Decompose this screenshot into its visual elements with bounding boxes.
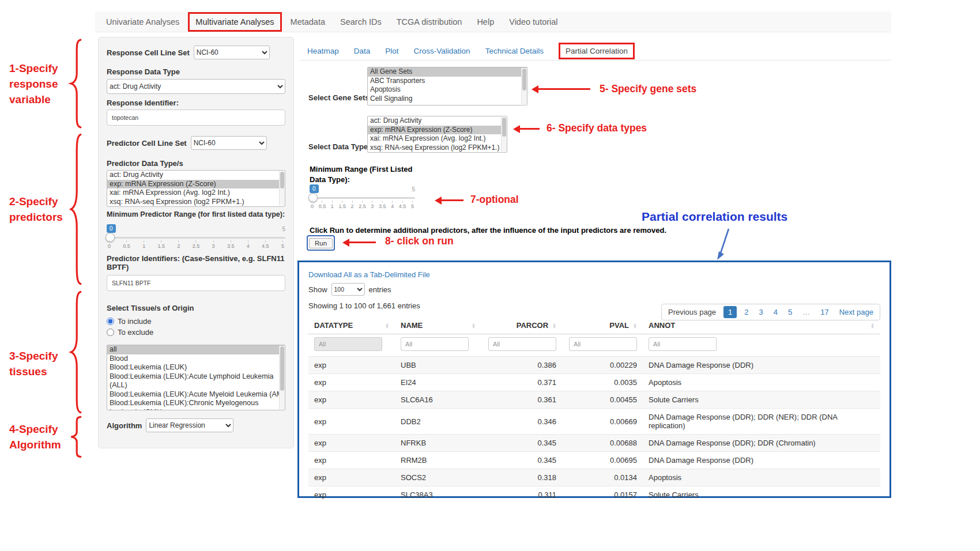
listbox-option-selected[interactable]: all — [107, 345, 285, 354]
tab-heatmap[interactable]: Heatmap — [307, 47, 339, 55]
tissue-include-radio[interactable] — [107, 318, 114, 325]
listbox-option[interactable]: Blood — [107, 354, 285, 364]
tissue-exclude-radio[interactable] — [107, 329, 114, 336]
pagination-page-4[interactable]: 4 — [768, 305, 783, 319]
slider-value-badge: 0 — [107, 224, 116, 233]
algorithm-select[interactable]: Linear Regression — [146, 418, 233, 432]
listbox-option[interactable]: xai: mRNA Expression (Avg. log2 Int.) — [107, 188, 285, 198]
nav-video-tutorial[interactable]: Video tutorial — [502, 17, 565, 27]
nav-multivariate-analyses[interactable]: Multivariate Analyses — [195, 17, 274, 27]
cell-parcor: 0.345 — [481, 452, 562, 469]
filter-annot-input[interactable] — [649, 337, 717, 351]
tab-plot[interactable]: Plot — [385, 47, 398, 55]
nav-help[interactable]: Help — [469, 17, 502, 27]
scrollbar-thumb[interactable] — [280, 346, 284, 391]
cell-datatype: exp — [308, 469, 395, 486]
nav-tcga-distribution[interactable]: TCGA distribution — [389, 17, 470, 27]
sort-icon[interactable] — [472, 323, 476, 329]
scrollbar-thumb[interactable] — [522, 69, 526, 90]
listbox-option[interactable]: xai: mRNA Expression (Avg. log2 Int.) — [368, 134, 507, 144]
data-types-listbox: act: Drug Activity exp: mRNA Expression … — [367, 116, 507, 153]
listbox-option-selected[interactable]: exp: mRNA Expression (Z-Score) — [368, 126, 507, 135]
pagination-page-1[interactable]: 1 — [723, 306, 737, 318]
listbox-option[interactable]: ABC Transporters — [368, 77, 527, 86]
pagination-page-3[interactable]: 3 — [754, 305, 768, 319]
show-label: Show — [308, 285, 327, 294]
download-all-link[interactable]: Download All as a Tab-Delimited File — [308, 270, 430, 279]
column-header-datatype[interactable]: DATATYPE — [308, 317, 395, 334]
annotation-arrow-step6 — [513, 125, 540, 133]
listbox-option[interactable]: act: Drug Activity — [107, 171, 285, 180]
cell-name: SLC38A3 — [395, 486, 481, 504]
listbox-option[interactable]: xsq: RNA-seq Expression (log2 FPKM+1.) — [368, 144, 507, 153]
sort-icon[interactable] — [870, 323, 875, 329]
pagination-next[interactable]: Next page — [834, 305, 879, 319]
slider-tick-label: 4 — [247, 240, 250, 249]
table-row: exp RRM2B 0.345 0.00695 DNA Damage Respo… — [308, 452, 880, 469]
pagination-page-2[interactable]: 2 — [739, 305, 753, 319]
column-header-pval[interactable]: PVAL — [562, 317, 643, 334]
scrollbar — [279, 171, 285, 206]
cell-annot: Solute Carriers — [643, 391, 880, 409]
column-header-name[interactable]: NAME — [395, 317, 481, 334]
listbox-option-selected[interactable]: exp: mRNA Expression (Z-Score) — [107, 180, 285, 189]
listbox-option[interactable]: xsq: RNA-seq Expression (log2 FPKM+1.) — [107, 198, 285, 207]
tissue-exclude-radio-row: To exclude — [107, 327, 285, 338]
cell-parcor: 0.311 — [481, 486, 562, 504]
scrollbar-thumb[interactable] — [280, 172, 284, 188]
filter-name-input[interactable] — [401, 337, 469, 351]
nav-search-ids[interactable]: Search IDs — [333, 17, 389, 27]
cell-datatype: exp — [308, 452, 395, 469]
annotation-step6: 6- Specify data types — [546, 122, 647, 134]
partial-correlation-results-panel: Download All as a Tab-Delimited File Sho… — [297, 261, 891, 498]
listbox-option[interactable]: Blood:Leukemia (LEUK):Acute Lymphoid Leu… — [107, 372, 285, 390]
slider-tick-label: 5 — [281, 240, 284, 249]
filter-parcor-input[interactable] — [488, 337, 556, 351]
nav-metadata[interactable]: Metadata — [283, 17, 333, 27]
scrollbar-thumb[interactable] — [502, 118, 506, 137]
tab-cross-validation[interactable]: Cross-Validation — [414, 47, 470, 55]
slider-tick-label: 0 — [108, 240, 111, 249]
column-header-parcor[interactable]: PARCOR — [481, 317, 562, 334]
response-cell-line-set-select[interactable]: NCI-60 — [194, 46, 270, 59]
pagination-previous[interactable]: Previous page — [663, 305, 721, 319]
tab-data[interactable]: Data — [354, 47, 371, 55]
results-table: DATATYPE NAME PARCOR PVAL ANNOT — [308, 317, 880, 503]
min-predictor-range-label: Minimum Predictor Range (for first liste… — [107, 210, 285, 218]
pagination: Previous page 1 2 3 4 5 … 17 Next page — [661, 304, 880, 320]
tab-partial-correlation[interactable]: Partial Correlation — [559, 43, 635, 59]
select-gene-sets-label: Select Gene Sets — [308, 93, 370, 102]
filter-pval-input[interactable] — [569, 337, 637, 351]
run-instruction: Click Run to determine additional predic… — [310, 226, 840, 235]
filter-datatype-input[interactable] — [314, 337, 382, 351]
listbox-option[interactable]: Blood:Leukemia (LEUK):Acute Myeloid Leuk… — [107, 390, 285, 399]
listbox-option[interactable]: act: Drug Activity — [368, 116, 507, 126]
annotation-arrow-step7 — [435, 197, 463, 205]
slider-tick-label: 1.5 — [338, 201, 346, 209]
response-identifier-input[interactable] — [107, 110, 285, 126]
entries-per-page-select[interactable]: 100 — [331, 283, 365, 296]
listbox-option-selected[interactable]: All Gene Sets — [368, 67, 527, 77]
run-button[interactable]: Run — [309, 238, 333, 248]
listbox-option[interactable]: Cell Signaling — [368, 95, 527, 104]
sort-icon[interactable] — [552, 323, 556, 329]
predictor-cell-line-set-select[interactable]: NCI-60 — [191, 136, 267, 150]
response-data-type-select[interactable]: act: Drug Activity — [107, 79, 285, 94]
response-identifier-label: Response Identifier: — [107, 99, 285, 107]
table-row: exp SLC6A16 0.361 0.00455 Solute Carrier… — [308, 391, 880, 409]
pagination-page-5[interactable]: 5 — [783, 305, 797, 319]
predictor-identifiers-input[interactable] — [107, 275, 285, 291]
listbox-option[interactable]: Blood:Leukemia (LEUK):Chronic Myelogenou… — [107, 399, 285, 410]
pagination-page-17[interactable]: 17 — [815, 305, 834, 319]
nav-univariate-analyses[interactable]: Univariate Analyses — [99, 17, 187, 27]
brace-step3 — [69, 289, 82, 415]
annotation-step8: 8- click on run — [385, 235, 454, 247]
listbox-option[interactable]: Apoptosis — [368, 85, 527, 95]
sort-icon[interactable] — [385, 323, 389, 329]
sort-icon[interactable] — [633, 323, 637, 329]
listbox-option[interactable]: Blood:Leukemia (LEUK) — [107, 363, 285, 372]
predictor-cell-line-set-label: Predictor Cell Line Set — [107, 139, 187, 148]
cell-pval: 0.00688 — [562, 435, 643, 452]
tab-technical-details[interactable]: Technical Details — [485, 47, 544, 55]
pagination-ellipsis: … — [797, 305, 815, 319]
